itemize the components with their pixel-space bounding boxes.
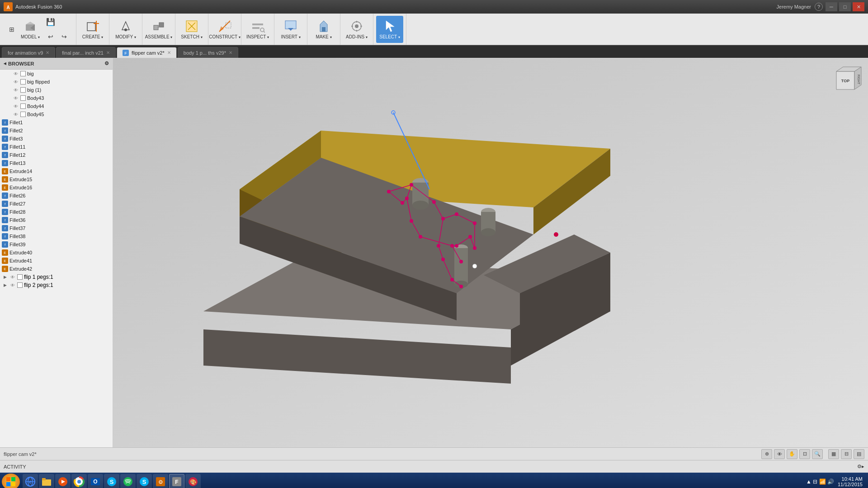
sidebar-item-extrude41[interactable]: E Extrude41 xyxy=(0,257,113,265)
maximize-button[interactable]: □ xyxy=(839,2,851,11)
undo-button[interactable]: ↩ xyxy=(44,30,57,43)
sketch-button[interactable]: SKETCH ▾ xyxy=(178,16,205,43)
sidebar-item-extrude16[interactable]: E Extrude16 xyxy=(0,183,113,192)
extrude-icon: E xyxy=(2,258,8,264)
svg-point-94 xyxy=(473,246,476,250)
save-button[interactable]: 💾 xyxy=(44,16,57,28)
sidebar-item-fillet38[interactable]: f Fillet38 xyxy=(0,232,113,240)
item-label: Fillet26 xyxy=(9,193,25,198)
make-button[interactable]: MAKE ▾ xyxy=(310,16,337,43)
sidebar-item-fillet28[interactable]: f Fillet28 xyxy=(0,208,113,216)
sidebar-item-flip1pegs[interactable]: ▶ 👁 flip 1 pegs:1 xyxy=(0,273,113,281)
sidebar-item-fillet13[interactable]: f Fillet13 xyxy=(0,159,113,167)
display-mode-button[interactable]: ▦ xyxy=(828,449,839,459)
tab-body[interactable]: body 1 p... ths v29* ✕ xyxy=(178,47,238,58)
svg-rect-112 xyxy=(42,479,51,486)
env-button[interactable]: ▤ xyxy=(854,449,864,459)
pan-button[interactable]: ✋ xyxy=(787,449,797,459)
taskbar-fusion[interactable]: F xyxy=(169,474,184,488)
taskbar-explorer[interactable] xyxy=(39,474,54,488)
sidebar-item-extrude42[interactable]: E Extrude42 xyxy=(0,265,113,273)
collapse-icon[interactable]: ◂ xyxy=(4,61,6,66)
orbit-button[interactable]: ⊕ xyxy=(761,449,772,459)
taskbar-chrome[interactable] xyxy=(71,474,87,488)
sidebar-item-extrude14[interactable]: E Extrude14 xyxy=(0,167,113,175)
svg-point-21 xyxy=(260,28,264,32)
svg-rect-18 xyxy=(226,23,231,28)
sidebar-item-fillet2[interactable]: f Fillet2 xyxy=(0,127,113,135)
activity-settings[interactable]: ⚙ xyxy=(857,464,862,469)
grid-menu-button[interactable]: ⊞ xyxy=(5,23,18,36)
taskbar-app5[interactable]: ⚙ xyxy=(153,474,168,488)
sidebar-item-fillet11[interactable]: f Fillet11 xyxy=(0,143,113,151)
insert-button[interactable]: INSERT ▾ xyxy=(277,16,304,43)
tab-close-4[interactable]: ✕ xyxy=(229,50,232,55)
taskbar-spotify[interactable] xyxy=(120,474,136,488)
sidebar-item-big[interactable]: 👁 big xyxy=(0,70,113,78)
sidebar-item-fillet1[interactable]: f Fillet1 xyxy=(0,118,113,127)
taskbar-skype2[interactable]: S xyxy=(137,474,152,488)
tab-final-par[interactable]: final par... inch v21 ✕ xyxy=(56,47,116,58)
sidebar-item-fillet37[interactable]: f Fillet37 xyxy=(0,224,113,232)
sidebar-item-body44[interactable]: 👁 Body44 xyxy=(0,102,113,110)
sidebar-settings[interactable]: ⚙ xyxy=(104,61,109,66)
modify-button[interactable]: MODIFY ▾ xyxy=(112,16,139,43)
grid-button[interactable]: ⊟ xyxy=(841,449,852,459)
sidebar-item-fillet36[interactable]: f Fillet36 xyxy=(0,216,113,224)
zoom-fit-button[interactable]: ⊡ xyxy=(799,449,810,459)
svg-point-79 xyxy=(432,200,436,204)
construct-icon xyxy=(217,19,232,33)
sidebar-item-fillet3[interactable]: f Fillet3 xyxy=(0,135,113,143)
construct-button[interactable]: CONSTRUCT ▾ xyxy=(211,16,238,43)
svg-text:O: O xyxy=(93,479,97,485)
activity-expand[interactable]: ▸ xyxy=(862,464,864,469)
box-icon xyxy=(20,79,26,84)
tab-close-3[interactable]: ✕ xyxy=(167,50,171,55)
assemble-button[interactable]: ASSEMBLE ▾ xyxy=(145,16,172,43)
sidebar-item-extrude40[interactable]: E Extrude40 xyxy=(0,249,113,257)
sidebar-item-big1[interactable]: 👁 big (1) xyxy=(0,86,113,94)
svg-point-122 xyxy=(123,477,132,486)
create-button[interactable]: CREATE ▾ xyxy=(79,16,106,43)
viewport[interactable]: TOP RIGHT xyxy=(113,58,868,447)
inspect-button[interactable]: INSPECT ▾ xyxy=(244,16,271,43)
start-button[interactable] xyxy=(2,474,20,488)
look-button[interactable]: 👁 xyxy=(774,449,785,459)
tab-for-animation[interactable]: for animation v9 ✕ xyxy=(2,47,55,58)
box-icon xyxy=(17,282,23,288)
taskbar-paint[interactable]: 🎨 xyxy=(185,474,201,488)
zoom-button[interactable]: 🔍 xyxy=(812,449,823,459)
tab-flipper-cam[interactable]: F flipper cam v2* ✕ xyxy=(117,47,177,58)
taskbar-outlook[interactable]: O xyxy=(88,474,103,488)
tab-label-2: final par... inch v21 xyxy=(62,50,104,56)
sidebar-item-big-flipped[interactable]: 👁 big flipped xyxy=(0,78,113,86)
tab-close-1[interactable]: ✕ xyxy=(46,50,49,55)
sidebar-item-body45[interactable]: 👁 Body45 xyxy=(0,110,113,118)
quick-access-group: ⊞ MODEL ▾ 💾 ↩ ↪ xyxy=(2,14,76,45)
model-dropdown-button[interactable]: MODEL ▾ xyxy=(19,16,42,43)
svg-point-92 xyxy=(455,244,458,248)
sidebar-item-fillet12[interactable]: f Fillet12 xyxy=(0,151,113,159)
redo-button[interactable]: ↪ xyxy=(58,30,71,43)
sidebar-item-body43[interactable]: 👁 Body43 xyxy=(0,94,113,102)
sidebar-item-flip2pegs[interactable]: ▶ 👁 flip 2 pegs:1 xyxy=(0,281,113,289)
item-label: Fillet2 xyxy=(9,128,23,133)
sidebar-item-fillet27[interactable]: f Fillet27 xyxy=(0,200,113,208)
sidebar-item-extrude15[interactable]: E Extrude15 xyxy=(0,175,113,183)
taskbar-wmp[interactable] xyxy=(55,474,71,488)
sidebar-header: ◂ BROWSER ⚙ xyxy=(0,58,113,70)
sidebar-item-fillet26[interactable]: f Fillet26 xyxy=(0,192,113,200)
taskbar-skype[interactable]: S xyxy=(104,474,119,488)
eye-icon: 👁 xyxy=(13,103,19,109)
tab-close-2[interactable]: ✕ xyxy=(106,50,110,55)
nav-cube[interactable]: TOP RIGHT xyxy=(827,62,863,99)
minimize-button[interactable]: ─ xyxy=(826,2,837,11)
window-controls: ─ □ ✕ xyxy=(826,2,864,11)
modify-label: MODIFY ▾ xyxy=(115,34,136,39)
close-button[interactable]: ✕ xyxy=(853,2,864,11)
sidebar-item-fillet39[interactable]: f Fillet39 xyxy=(0,240,113,249)
taskbar-ie[interactable]: e xyxy=(23,474,38,488)
svg-point-83 xyxy=(450,278,454,282)
addins-button[interactable]: ADD-INS ▾ xyxy=(343,16,370,43)
select-button[interactable]: SELECT ▾ xyxy=(376,16,403,43)
